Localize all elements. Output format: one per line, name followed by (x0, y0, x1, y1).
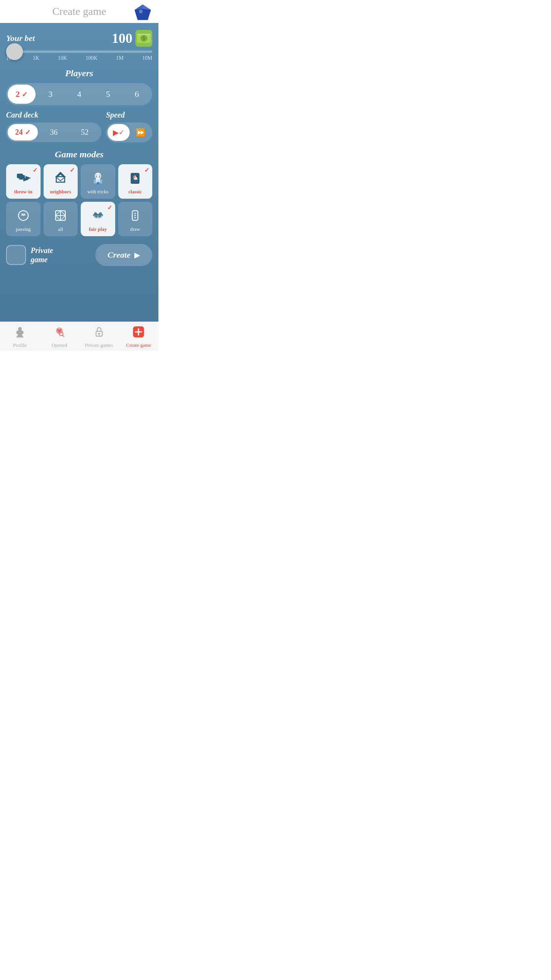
deck-option-52[interactable]: 52 (70, 124, 100, 140)
svg-rect-9 (137, 34, 151, 35)
svg-rect-22 (96, 177, 100, 182)
profile-icon (14, 326, 26, 341)
slider-labels: 100 1K 10K 100K 1M 10M (6, 55, 152, 61)
svg-point-34 (134, 213, 136, 214)
bet-value-row: 100 $ (112, 30, 152, 47)
deck-option-24[interactable]: 24 ✓ (8, 124, 38, 140)
speed-options: ▶ ✓ ⏩ (106, 122, 152, 142)
nav-profile[interactable]: Profile (0, 326, 40, 348)
speed-normal[interactable]: ▶ ✓ (108, 124, 130, 141)
bet-section: Your bet 100 $ (6, 30, 152, 47)
slider-label-100k: 100K (86, 55, 98, 61)
bet-label: Your bet (6, 33, 35, 43)
svg-point-51 (98, 333, 100, 335)
bet-value: 100 (112, 30, 132, 46)
private-game-section: Privategame (6, 245, 53, 265)
with-tricks-icon: 👤 (90, 170, 106, 186)
slider-label-10m: 10M (142, 55, 152, 61)
throw-in-label: throw-in (14, 189, 33, 195)
throw-in-icon (15, 170, 32, 186)
neighbors-icon (52, 170, 69, 186)
slider-label-10k: 10K (58, 55, 67, 61)
nav-opened-label: Opened (52, 342, 67, 348)
nav-create-game[interactable]: Create game (119, 326, 159, 348)
all-icon (52, 207, 69, 224)
svg-line-49 (62, 335, 64, 337)
nav-private-games[interactable]: Private games (79, 326, 119, 348)
slider-label-1k: 1K (33, 55, 39, 61)
nav-profile-label: Profile (13, 342, 26, 348)
svg-point-35 (134, 215, 136, 216)
svg-point-4 (139, 10, 143, 13)
neighbors-label: neighbors (50, 189, 71, 195)
svg-point-21 (96, 173, 99, 177)
header: Create game (0, 0, 158, 23)
players-options: 2 ✓ 3 4 5 6 (6, 83, 152, 105)
speed-label: Speed (106, 111, 152, 119)
gem-icon (133, 3, 152, 22)
fair-play-label: fair play (89, 226, 107, 232)
passing-label: passing (16, 226, 31, 232)
classic-icon: 🐔 (127, 170, 143, 186)
player-option-3[interactable]: 3 (36, 85, 64, 104)
mode-neighbors[interactable]: ✓ neighbors (44, 164, 78, 199)
bottom-nav: Profile Opened (0, 322, 158, 351)
svg-point-36 (134, 217, 136, 219)
deck-option-36[interactable]: 36 (39, 124, 69, 140)
game-modes-title: Game modes (6, 149, 152, 160)
main-content: Your bet 100 $ 100 1K 10K 100K 1M (0, 23, 158, 322)
player-option-5[interactable]: 5 (94, 85, 122, 104)
create-button[interactable]: Create ▶ (95, 244, 152, 266)
player-option-6[interactable]: 6 (123, 85, 151, 104)
players-title: Players (6, 68, 152, 78)
mode-throw-in[interactable]: ✓ throw-in (6, 164, 41, 199)
create-game-icon (132, 326, 145, 341)
private-game-checkbox[interactable] (6, 245, 26, 265)
private-create-row: Privategame Create ▶ (6, 244, 152, 266)
card-deck-section: Card deck 24 ✓ 36 52 (6, 111, 101, 142)
private-game-label: Privategame (31, 246, 53, 264)
create-button-text: Create (108, 250, 130, 260)
classic-label: classic (129, 189, 142, 195)
svg-text:$: $ (143, 36, 145, 41)
card-deck-label: Card deck (6, 111, 101, 119)
mode-with-tricks[interactable]: 👤 with tricks (81, 164, 115, 199)
nav-opened[interactable]: Opened (40, 326, 80, 348)
nav-private-games-label: Private games (85, 342, 113, 348)
deck-options: 24 ✓ 36 52 (6, 122, 101, 142)
svg-text:🐔: 🐔 (132, 175, 138, 181)
options-row: Card deck 24 ✓ 36 52 Speed ▶ ✓ ⏩ (6, 111, 152, 142)
svg-point-41 (18, 329, 22, 333)
mode-draw[interactable]: draw (118, 202, 153, 236)
slider-thumb[interactable] (6, 43, 23, 60)
game-modes-grid: ✓ throw-in ✓ neighbors (6, 164, 152, 236)
draw-label: draw (130, 226, 140, 232)
page-title: Create game (52, 5, 106, 18)
draw-icon (127, 207, 143, 224)
slider-track (6, 51, 152, 53)
mode-fair-play[interactable]: ✓ fair play (81, 202, 115, 236)
fair-play-icon (90, 207, 106, 224)
money-icon: $ (135, 30, 152, 47)
opened-icon (53, 326, 65, 341)
passing-icon (15, 207, 32, 224)
with-tricks-label: with tricks (87, 189, 108, 195)
create-button-arrow: ▶ (134, 250, 140, 260)
mode-passing[interactable]: passing (6, 202, 41, 236)
player-option-2[interactable]: 2 ✓ (8, 85, 36, 104)
mode-all[interactable]: all (44, 202, 78, 236)
all-label: all (58, 226, 63, 232)
slider-label-1m: 1M (116, 55, 124, 61)
speed-section: Speed ▶ ✓ ⏩ (106, 111, 152, 142)
svg-rect-43 (17, 336, 22, 336)
mode-classic[interactable]: ✓ 🐔 classic (118, 164, 153, 199)
nav-create-game-label: Create game (126, 342, 151, 348)
private-games-icon (93, 326, 105, 341)
player-option-4[interactable]: 4 (65, 85, 93, 104)
speed-fast[interactable]: ⏩ (130, 124, 151, 141)
bet-slider[interactable] (6, 51, 152, 53)
